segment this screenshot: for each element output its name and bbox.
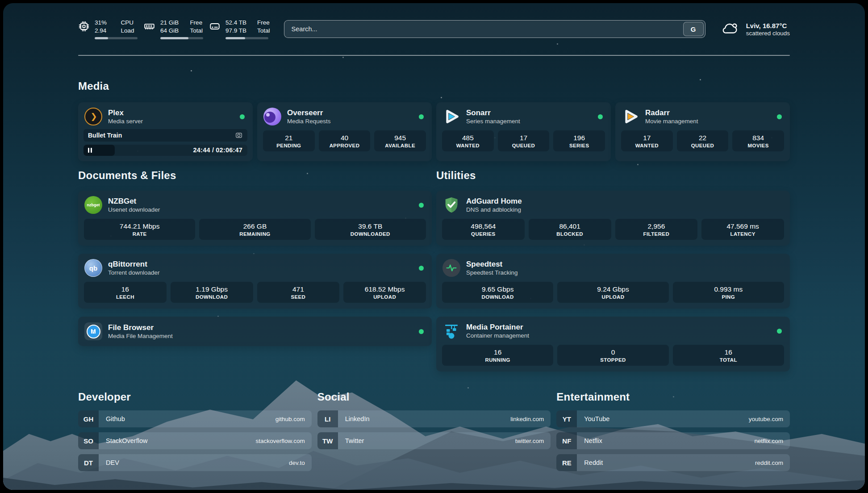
stat-label: APPROVED	[330, 143, 360, 148]
documents-section-title: Documents & Files	[78, 169, 432, 182]
stat-label: QUEUED	[512, 143, 535, 148]
stat-value: 16	[725, 348, 732, 356]
qbittorrent-status-dot	[419, 266, 424, 271]
bookmark-name: Netflix	[577, 437, 602, 444]
radarr-stat-wanted: 17 WANTED	[621, 130, 673, 151]
nzbget-logo-text: nzbget	[87, 203, 100, 207]
nzbget-status-dot	[419, 203, 424, 208]
radarr-stat-movies: 834 MOVIES	[732, 130, 784, 151]
bookmark-github[interactable]: GH Github github.com	[78, 410, 312, 427]
bookmark-twitter[interactable]: TW Twitter twitter.com	[317, 432, 551, 449]
plex-now-playing-title: Bullet Train	[88, 132, 122, 139]
memory-icon	[143, 21, 155, 39]
floppy-disk-icon	[87, 325, 100, 338]
portainer-crane-icon	[442, 322, 460, 340]
radarr-card[interactable]: Radarr Movie management 17 WANTED 22 QUE…	[615, 102, 790, 161]
speedtest-stat-download: 9.65 Gbps DOWNLOAD	[442, 282, 553, 303]
stat-label: DOWNLOAD	[482, 294, 514, 300]
memory-progress-bar	[160, 37, 203, 39]
memory-widget: 21 GiB Free 64 GiB Total	[143, 19, 203, 39]
plex-subtitle: Media server	[108, 118, 143, 125]
utilities-column: Utilities AdGuard Home DNS and adbl	[436, 169, 790, 380]
sonarr-stat-series: 196 SERIES	[553, 130, 605, 151]
stat-label: WANTED	[456, 143, 480, 148]
stat-label: DOWNLOAD	[196, 294, 228, 300]
disk-widget: 52.4 TB Free 97.9 TB Total	[209, 19, 270, 39]
bookmark-netflix[interactable]: NF Netflix netflix.com	[556, 432, 790, 449]
memory-total-label: Total	[190, 27, 203, 34]
filebrowser-card[interactable]: File Browser Media File Management	[78, 317, 432, 346]
qbittorrent-card[interactable]: qb qBittorrent Torrent downloader 16 LEE…	[78, 254, 432, 309]
stat-value: 834	[752, 134, 764, 142]
stat-label: SERIES	[569, 143, 589, 148]
bookmark-name: YouTube	[577, 415, 609, 422]
bookmark-reddit[interactable]: RE Reddit reddit.com	[556, 454, 790, 471]
entertainment-column: Entertainment YT YouTube youtube.com NF …	[556, 391, 790, 476]
stat-value: 16	[494, 348, 501, 356]
bookmark-dev[interactable]: DT DEV dev.to	[78, 454, 312, 471]
stat-value: 9.65 Gbps	[482, 285, 514, 293]
stat-value: 21	[285, 134, 292, 142]
bookmark-stackoverflow[interactable]: SO StackOverflow stackoverflow.com	[78, 432, 312, 449]
adguard-card[interactable]: AdGuard Home DNS and adblocking 498,564 …	[436, 191, 790, 246]
bookmark-youtube[interactable]: YT YouTube youtube.com	[556, 410, 790, 427]
sonarr-status-dot	[598, 114, 603, 119]
sonarr-card[interactable]: Sonarr Series management 485 WANTED 17 Q…	[436, 102, 611, 161]
stat-label: STOPPED	[600, 357, 626, 363]
memory-free-label: Free	[190, 19, 203, 26]
stat-value: 618.52 Mbps	[365, 285, 405, 293]
bookmark-name: LinkedIn	[338, 415, 370, 422]
search-input[interactable]	[284, 25, 682, 33]
dashboard-window: 31% CPU 2.94 Load	[0, 0, 868, 493]
overseerr-name: Overseerr	[287, 109, 331, 117]
stat-label: PENDING	[276, 143, 301, 148]
radarr-logo	[622, 108, 639, 125]
filebrowser-logo	[84, 322, 102, 340]
bookmark-url: dev.to	[289, 460, 312, 466]
stat-label: SEED	[291, 294, 305, 300]
speedtest-stat-upload: 9.24 Gbps UPLOAD	[557, 282, 668, 303]
stat-value: 22	[699, 134, 706, 142]
speedtest-name: Speedtest	[466, 260, 518, 269]
stat-label: QUERIES	[471, 231, 496, 237]
search-engine-button[interactable]: G	[683, 22, 704, 36]
stat-label: QUEUED	[691, 143, 714, 148]
nzbget-name: NZBGet	[108, 197, 160, 206]
nzbget-subtitle: Usenet downloader	[108, 206, 160, 213]
stat-value: 1.19 Gbps	[196, 285, 228, 293]
memory-progress-fill	[160, 37, 188, 39]
pause-icon[interactable]	[88, 148, 92, 153]
plex-chevron-glyph: ❯	[89, 112, 97, 121]
bookmark-url: reddit.com	[755, 460, 790, 466]
sonarr-logo	[442, 108, 460, 125]
developer-section-title: Developer	[78, 391, 312, 403]
sonarr-stat-wanted: 485 WANTED	[442, 130, 494, 151]
plex-card[interactable]: ❯ Plex Media server Bullet Train	[78, 102, 253, 161]
bookmark-linkedin[interactable]: LI LinkedIn linkedin.com	[317, 410, 551, 427]
radarr-status-dot	[777, 114, 782, 119]
speedtest-card[interactable]: Speedtest Speedtest Tracking 9.65 Gbps D…	[436, 254, 790, 309]
overseerr-stat-available: 945 AVAILABLE	[374, 130, 426, 151]
adguard-shield-icon	[442, 196, 460, 214]
nzbget-logo: nzbget	[84, 196, 102, 214]
stat-label: TOTAL	[720, 357, 737, 363]
nzbget-card[interactable]: nzbget NZBGet Usenet downloader 744.21 M…	[78, 191, 432, 246]
overseerr-stat-approved: 40 APPROVED	[319, 130, 371, 151]
plex-progress-bar[interactable]: 24:44 / 02:06:47	[83, 145, 247, 156]
utilities-section-title: Utilities	[436, 169, 790, 182]
portainer-status-dot	[777, 329, 782, 334]
bookmark-name: StackOverflow	[99, 437, 147, 444]
plex-playback-time: 24:44 / 02:06:47	[193, 146, 247, 154]
stat-value: 0.993 ms	[714, 285, 743, 293]
portainer-card[interactable]: Media Portainer Container management 16 …	[436, 317, 790, 372]
overseerr-card[interactable]: Overseerr Media Requests 21 PENDING 40 A…	[257, 102, 432, 161]
filebrowser-name: File Browser	[108, 323, 173, 332]
weather-widget[interactable]: Lviv, 16.87°C scattered clouds	[722, 21, 790, 38]
stat-label: LATENCY	[730, 231, 755, 237]
nzbget-stat-remaining: 266 GB REMAINING	[199, 219, 310, 240]
adguard-subtitle: DNS and adblocking	[466, 206, 522, 213]
bookmark-abbr: YT	[556, 410, 577, 427]
qbittorrent-logo: qb	[84, 259, 102, 277]
bookmark-abbr: NF	[556, 432, 577, 449]
cpu-load-label: Load	[121, 27, 138, 34]
